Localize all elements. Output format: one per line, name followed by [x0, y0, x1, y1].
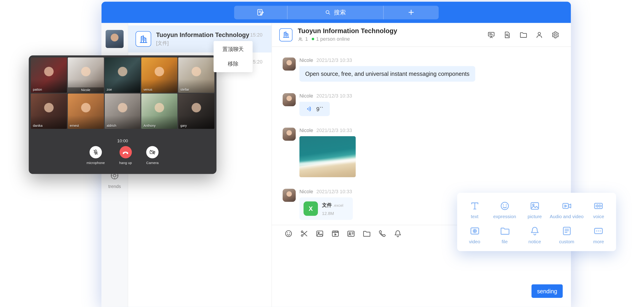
emoji-button[interactable]: [284, 229, 293, 238]
feature-audio-video[interactable]: Audio and video: [550, 199, 584, 221]
video-call-window: patton Nicole zoe venus stellar danika e…: [29, 55, 216, 174]
audio-video-icon: [561, 201, 572, 211]
chat-actions: [487, 31, 560, 39]
folder-icon: [519, 31, 527, 39]
building-icon: [282, 31, 290, 39]
hangup-button[interactable]: [120, 146, 132, 158]
feature-panel: text expression picture Audio and video …: [457, 193, 616, 251]
menu-item-pin-chat[interactable]: 置顶聊天: [214, 42, 253, 57]
send-button[interactable]: sending: [532, 284, 562, 298]
conversation-context-menu: 置顶聊天 移除: [214, 41, 253, 72]
message-time: 2021/12/3 10:33: [316, 93, 352, 99]
participant-grid: patton Nicole zoe venus stellar danika e…: [29, 55, 216, 131]
emoji-icon: [284, 229, 293, 238]
more-icon: [593, 226, 604, 236]
user-avatar[interactable]: [106, 30, 124, 48]
image-message[interactable]: [299, 136, 356, 177]
video-icon: [469, 226, 480, 236]
message: Nicole 2021/12/3 10:33 9``: [283, 93, 561, 116]
sender-avatar[interactable]: [283, 93, 296, 106]
file-extension: .excel: [333, 203, 344, 207]
custom-icon: [561, 226, 572, 236]
feature-picture[interactable]: picture: [520, 199, 550, 221]
search-history-button[interactable]: [503, 31, 511, 39]
chat-title: Tuoyun Information Technology: [298, 27, 487, 35]
hangup-control[interactable]: hang up: [119, 146, 132, 165]
feature-file[interactable]: file: [490, 224, 520, 246]
folder-icon: [362, 229, 371, 238]
file-message[interactable]: X 文件.excel 12.8M: [299, 197, 353, 220]
building-icon: [138, 34, 148, 44]
ocean-photo-thumbnail: [299, 136, 356, 177]
menu-item-remove[interactable]: 移除: [214, 57, 253, 71]
feature-label: video: [469, 239, 480, 244]
feature-label: more: [593, 239, 604, 244]
call-participant: Anthony: [142, 93, 178, 129]
notes-button[interactable]: [234, 5, 287, 19]
message: Nicole 2021/12/3 10:33 Open source, free…: [283, 57, 561, 81]
participant-name: ernest: [70, 124, 79, 127]
sender-avatar[interactable]: [283, 128, 296, 141]
settings-button[interactable]: [551, 31, 560, 39]
file-button[interactable]: [362, 229, 371, 238]
topbar-controls: 搜索: [234, 5, 438, 19]
contact-card-button[interactable]: [347, 229, 356, 238]
chat-status-row: 1 1 person online: [298, 36, 487, 42]
feature-label: custom: [559, 239, 574, 244]
feature-custom[interactable]: custom: [550, 224, 584, 246]
message-meta: Nicole 2021/12/3 10:33: [299, 128, 356, 133]
sender-avatar[interactable]: [283, 57, 296, 70]
call-timer: 10:00: [29, 138, 216, 143]
call-controls: microphone hang up Camera: [29, 146, 216, 165]
contact-card-icon: [347, 229, 356, 238]
feature-expression[interactable]: expression: [490, 199, 520, 221]
members-button[interactable]: [535, 31, 544, 39]
sender-name: Nicole: [299, 57, 313, 63]
organization-avatar: [136, 31, 151, 47]
screenshot-button[interactable]: [300, 229, 308, 238]
sender-avatar[interactable]: [283, 189, 296, 202]
notice-button[interactable]: [394, 229, 402, 238]
picture-icon: [530, 201, 540, 211]
camera-button[interactable]: [146, 146, 158, 158]
call-button[interactable]: [378, 229, 386, 238]
online-dot: [312, 38, 314, 40]
voice-wave-icon: [306, 105, 313, 113]
trends-label: trends: [102, 184, 128, 189]
participant-name: Anthony: [144, 124, 156, 127]
picture-icon: [315, 229, 324, 238]
feature-video[interactable]: video: [460, 224, 490, 246]
feature-more[interactable]: more: [584, 224, 614, 246]
hangup-label: hang up: [119, 161, 132, 165]
mic-off-icon: [92, 149, 99, 156]
camera-toggle[interactable]: Camera: [146, 146, 158, 165]
announcement-button[interactable]: [487, 31, 495, 39]
feature-label: voice: [593, 214, 604, 219]
text-message-bubble[interactable]: Open source, free, and universal instant…: [299, 66, 475, 81]
excel-file-icon: X: [304, 202, 318, 216]
gear-icon: [551, 31, 560, 39]
microphone-button[interactable]: [90, 146, 102, 158]
call-participant: zoe: [104, 57, 141, 92]
feature-text[interactable]: text: [460, 199, 490, 221]
voice-message-bubble[interactable]: 9``: [299, 102, 330, 116]
files-button[interactable]: [519, 31, 527, 39]
file-search-icon: [503, 31, 511, 39]
person-icon: [535, 31, 544, 39]
message-input-area[interactable]: sending: [272, 242, 571, 307]
image-button[interactable]: [315, 229, 324, 238]
notice-icon: [530, 226, 540, 236]
message: Nicole 2021/12/3 10:33: [283, 128, 561, 177]
feature-label: expression: [493, 214, 516, 219]
members-icon: [298, 36, 303, 41]
message-time: 2021/12/3 10:33: [316, 128, 352, 133]
add-button[interactable]: [384, 5, 439, 19]
participant-name: Nicole: [68, 87, 104, 93]
search-box[interactable]: 搜索: [287, 5, 384, 19]
feature-voice[interactable]: voice: [584, 199, 614, 221]
camera-off-icon: [149, 149, 156, 156]
microphone-toggle[interactable]: microphone: [87, 146, 105, 165]
video-button[interactable]: [331, 229, 340, 238]
online-status: 1 person online: [316, 36, 350, 42]
feature-notice[interactable]: notice: [520, 224, 550, 246]
